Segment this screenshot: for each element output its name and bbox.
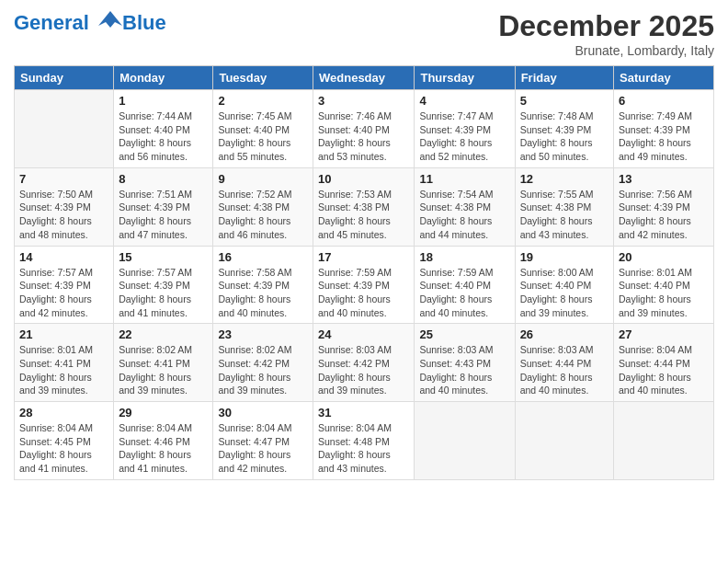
calendar-week-1: 1Sunrise: 7:44 AMSunset: 4:40 PMDaylight…	[15, 90, 714, 168]
day-info: Sunrise: 7:46 AMSunset: 4:40 PMDaylight:…	[318, 109, 409, 164]
table-row: 22Sunrise: 8:02 AMSunset: 4:41 PMDayligh…	[114, 324, 213, 402]
table-row	[15, 90, 114, 168]
day-number: 4	[419, 94, 509, 108]
header: General Blue December 2025 Brunate, Lomb…	[14, 9, 714, 58]
day-info: Sunrise: 8:00 AMSunset: 4:40 PMDaylight:…	[520, 266, 609, 320]
calendar-week-4: 21Sunrise: 8:01 AMSunset: 4:41 PMDayligh…	[15, 324, 714, 402]
table-row: 8Sunrise: 7:51 AMSunset: 4:39 PMDaylight…	[114, 167, 213, 246]
table-row: 15Sunrise: 7:57 AMSunset: 4:39 PMDayligh…	[114, 246, 213, 324]
day-number: 14	[19, 250, 108, 264]
day-info: Sunrise: 7:57 AMSunset: 4:39 PMDaylight:…	[119, 266, 208, 320]
page-container: General Blue December 2025 Brunate, Lomb…	[0, 0, 728, 489]
day-number: 24	[318, 327, 409, 341]
table-row: 1Sunrise: 7:44 AMSunset: 4:40 PMDaylight…	[114, 90, 213, 168]
day-number: 15	[119, 250, 208, 264]
table-row: 28Sunrise: 8:04 AMSunset: 4:45 PMDayligh…	[15, 402, 114, 480]
table-row: 5Sunrise: 7:48 AMSunset: 4:39 PMDaylight…	[515, 90, 613, 168]
logo-general: General	[14, 11, 89, 34]
day-number: 28	[19, 406, 108, 419]
day-number: 21	[19, 327, 108, 341]
day-info: Sunrise: 7:59 AMSunset: 4:40 PMDaylight:…	[419, 266, 509, 320]
day-number: 31	[318, 406, 409, 419]
day-number: 27	[619, 327, 709, 341]
header-friday: Friday	[515, 66, 613, 90]
table-row: 19Sunrise: 8:00 AMSunset: 4:40 PMDayligh…	[515, 246, 613, 324]
table-row: 4Sunrise: 7:47 AMSunset: 4:39 PMDaylight…	[415, 90, 515, 168]
day-number: 16	[218, 250, 308, 264]
table-row: 30Sunrise: 8:04 AMSunset: 4:47 PMDayligh…	[213, 402, 313, 480]
day-number: 9	[218, 172, 308, 186]
table-row: 27Sunrise: 8:04 AMSunset: 4:44 PMDayligh…	[614, 324, 714, 402]
title-block: December 2025 Brunate, Lombardy, Italy	[498, 9, 714, 58]
table-row: 6Sunrise: 7:49 AMSunset: 4:39 PMDaylight…	[614, 90, 714, 168]
day-number: 11	[419, 172, 509, 186]
location: Brunate, Lombardy, Italy	[498, 43, 714, 58]
logo-text: General	[14, 9, 124, 34]
table-row: 18Sunrise: 7:59 AMSunset: 4:40 PMDayligh…	[415, 246, 515, 324]
day-info: Sunrise: 7:57 AMSunset: 4:39 PMDaylight:…	[19, 266, 108, 320]
table-row: 3Sunrise: 7:46 AMSunset: 4:40 PMDaylight…	[313, 90, 415, 168]
calendar-week-5: 28Sunrise: 8:04 AMSunset: 4:45 PMDayligh…	[15, 402, 714, 480]
day-info: Sunrise: 7:59 AMSunset: 4:39 PMDaylight:…	[318, 266, 409, 320]
day-number: 19	[520, 250, 609, 264]
header-wednesday: Wednesday	[313, 66, 415, 90]
table-row: 10Sunrise: 7:53 AMSunset: 4:38 PMDayligh…	[313, 167, 415, 246]
day-info: Sunrise: 7:54 AMSunset: 4:38 PMDaylight:…	[419, 188, 509, 242]
logo: General Blue	[14, 9, 166, 35]
logo-bird-icon	[97, 9, 124, 29]
day-info: Sunrise: 7:55 AMSunset: 4:38 PMDaylight:…	[520, 188, 609, 242]
calendar-table: Sunday Monday Tuesday Wednesday Thursday…	[14, 65, 714, 480]
header-saturday: Saturday	[614, 66, 714, 90]
table-row: 29Sunrise: 8:04 AMSunset: 4:46 PMDayligh…	[114, 402, 213, 480]
day-number: 10	[318, 172, 409, 186]
table-row: 21Sunrise: 8:01 AMSunset: 4:41 PMDayligh…	[15, 324, 114, 402]
day-info: Sunrise: 7:53 AMSunset: 4:38 PMDaylight:…	[318, 188, 409, 242]
table-row: 23Sunrise: 8:02 AMSunset: 4:42 PMDayligh…	[213, 324, 313, 402]
day-number: 18	[419, 250, 509, 264]
header-monday: Monday	[114, 66, 213, 90]
day-number: 20	[619, 250, 709, 264]
day-number: 25	[419, 327, 509, 341]
table-row	[515, 402, 613, 480]
header-tuesday: Tuesday	[213, 66, 313, 90]
day-info: Sunrise: 8:01 AMSunset: 4:40 PMDaylight:…	[619, 266, 709, 320]
table-row: 31Sunrise: 8:04 AMSunset: 4:48 PMDayligh…	[313, 402, 415, 480]
day-info: Sunrise: 8:04 AMSunset: 4:46 PMDaylight:…	[119, 421, 208, 476]
day-number: 8	[119, 172, 208, 186]
day-info: Sunrise: 8:03 AMSunset: 4:42 PMDaylight:…	[318, 343, 409, 397]
day-number: 1	[119, 94, 208, 108]
table-row: 20Sunrise: 8:01 AMSunset: 4:40 PMDayligh…	[614, 246, 714, 324]
table-row: 11Sunrise: 7:54 AMSunset: 4:38 PMDayligh…	[415, 167, 515, 246]
logo-blue: Blue	[122, 11, 166, 35]
day-info: Sunrise: 7:44 AMSunset: 4:40 PMDaylight:…	[119, 109, 208, 164]
calendar-header-row: Sunday Monday Tuesday Wednesday Thursday…	[15, 66, 714, 90]
table-row: 9Sunrise: 7:52 AMSunset: 4:38 PMDaylight…	[213, 167, 313, 246]
day-info: Sunrise: 7:52 AMSunset: 4:38 PMDaylight:…	[218, 188, 308, 242]
table-row: 7Sunrise: 7:50 AMSunset: 4:39 PMDaylight…	[15, 167, 114, 246]
day-number: 3	[318, 94, 409, 108]
table-row: 16Sunrise: 7:58 AMSunset: 4:39 PMDayligh…	[213, 246, 313, 324]
month-title: December 2025	[498, 9, 714, 43]
calendar-week-3: 14Sunrise: 7:57 AMSunset: 4:39 PMDayligh…	[15, 246, 714, 324]
table-row	[415, 402, 515, 480]
table-row: 26Sunrise: 8:03 AMSunset: 4:44 PMDayligh…	[515, 324, 613, 402]
day-info: Sunrise: 8:04 AMSunset: 4:45 PMDaylight:…	[19, 421, 108, 476]
table-row: 14Sunrise: 7:57 AMSunset: 4:39 PMDayligh…	[15, 246, 114, 324]
day-info: Sunrise: 8:04 AMSunset: 4:47 PMDaylight:…	[218, 421, 308, 476]
day-number: 5	[520, 94, 609, 108]
table-row: 25Sunrise: 8:03 AMSunset: 4:43 PMDayligh…	[415, 324, 515, 402]
day-number: 13	[619, 172, 709, 186]
table-row: 17Sunrise: 7:59 AMSunset: 4:39 PMDayligh…	[313, 246, 415, 324]
day-info: Sunrise: 7:48 AMSunset: 4:39 PMDaylight:…	[520, 109, 609, 164]
day-info: Sunrise: 8:04 AMSunset: 4:44 PMDaylight:…	[619, 343, 709, 397]
day-info: Sunrise: 8:02 AMSunset: 4:42 PMDaylight:…	[218, 343, 308, 397]
svg-marker-0	[98, 11, 122, 28]
day-info: Sunrise: 8:04 AMSunset: 4:48 PMDaylight:…	[318, 421, 409, 476]
table-row: 13Sunrise: 7:56 AMSunset: 4:39 PMDayligh…	[614, 167, 714, 246]
day-number: 23	[218, 327, 308, 341]
day-info: Sunrise: 8:01 AMSunset: 4:41 PMDaylight:…	[19, 343, 108, 397]
day-number: 29	[119, 406, 208, 419]
table-row: 2Sunrise: 7:45 AMSunset: 4:40 PMDaylight…	[213, 90, 313, 168]
table-row	[614, 402, 714, 480]
day-info: Sunrise: 7:45 AMSunset: 4:40 PMDaylight:…	[218, 109, 308, 164]
